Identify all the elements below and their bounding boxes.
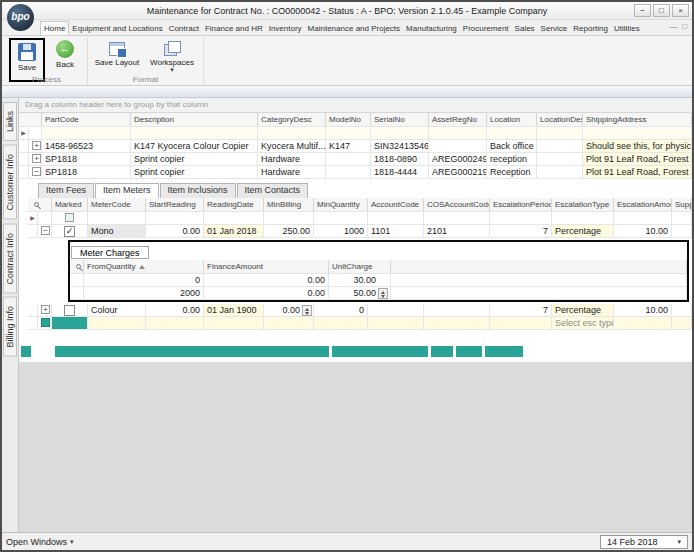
spinner-down-icon[interactable] [303, 310, 311, 315]
cell-serialno[interactable]: SIN32413546 [371, 140, 429, 152]
app-logo[interactable]: bpo [7, 4, 34, 31]
meter-row-mono[interactable]: − ✓ Mono 0.00 01 Jan 2018 250.00 1000 11… [28, 225, 692, 238]
column-header-readingdate[interactable]: ReadingDate [204, 198, 264, 211]
cell-supplier[interactable] [672, 317, 692, 329]
checkbox-checked-icon[interactable]: ✓ [64, 226, 75, 237]
tab-item-inclusions[interactable]: Item Inclusions [160, 183, 236, 198]
column-header-minquantity[interactable]: MinQuantity [314, 198, 368, 211]
tab-equipment-and-locations[interactable]: Equipment and Locations [69, 22, 165, 35]
cell-fromquantity[interactable]: 2000 [84, 287, 204, 299]
cell-serialno[interactable]: 1818-4444 [371, 166, 429, 178]
cell-minquantity[interactable] [314, 317, 368, 329]
cell-serialno[interactable]: 1818-0890 [371, 153, 429, 165]
filter-cell-supplier[interactable] [672, 212, 692, 224]
cell-partcode[interactable]: 1458-96523 [42, 140, 131, 152]
cell-financeamount[interactable]: 0.00 [204, 274, 329, 286]
cell-escalationamount[interactable] [614, 317, 672, 329]
cell-supplier[interactable] [672, 304, 692, 316]
cell-readingdate[interactable]: 01 Jan 2018 [204, 225, 264, 237]
column-header-minbilling[interactable]: MinBilling [264, 198, 314, 211]
filter-cell-shippingaddress[interactable] [583, 127, 692, 139]
cell-location[interactable]: Back office [487, 140, 537, 152]
tab-service[interactable]: Service [538, 22, 571, 35]
cell-minbilling[interactable] [264, 317, 314, 329]
cell-cosaccountcode[interactable]: 2101 [424, 225, 490, 237]
filter-cell-escalationamount[interactable] [614, 212, 672, 224]
filter-cell-description[interactable] [131, 127, 258, 139]
cell-categorydesc[interactable]: Hardware [258, 166, 326, 178]
cell-escalationperiod[interactable] [490, 317, 552, 329]
cell-minbilling-editing[interactable]: 0.00 [264, 304, 314, 316]
column-header-partcode[interactable]: PartCode [42, 113, 131, 126]
cell-startreading[interactable]: 0.00 [146, 225, 204, 237]
cell-supplier[interactable] [672, 225, 692, 237]
column-header-startreading[interactable]: StartReading [146, 198, 204, 211]
save-layout-button[interactable]: Save Layout [91, 38, 143, 74]
search-icon[interactable] [76, 264, 81, 269]
tab-home[interactable]: Home [40, 21, 69, 35]
cell-accountcode[interactable] [368, 304, 424, 316]
cell-partcode[interactable]: SP1818 [42, 153, 131, 165]
cell-escalationtype-placeholder[interactable]: Select esc type... [552, 317, 614, 329]
cell-description[interactable]: K147 Kyocera Colour Copier [131, 140, 258, 152]
filter-cell-accountcode[interactable] [368, 212, 424, 224]
cell-unitcharge-editing[interactable]: 50.00 [329, 287, 391, 299]
equipment-row-2[interactable]: + SP1818 Sprint copier Hardware 1818-089… [19, 153, 692, 166]
filter-cell-readingdate[interactable] [204, 212, 264, 224]
cell-description[interactable]: Sprint copier [131, 166, 258, 178]
cell-cosaccountcode[interactable] [424, 317, 490, 329]
filter-cell-locationdesc[interactable] [537, 127, 583, 139]
cell-description[interactable]: Sprint copier [131, 153, 258, 165]
cell-startreading[interactable]: 0.00 [146, 304, 204, 316]
column-header-fromquantity[interactable]: FromQuantity [84, 260, 204, 273]
cell-financeamount[interactable]: 0.00 [204, 287, 329, 299]
tab-item-contacts[interactable]: Item Contacts [237, 183, 309, 198]
column-header-financeamount[interactable]: FinanceAmount [204, 260, 329, 273]
cell-cosaccountcode[interactable] [424, 304, 490, 316]
filter-cell-escalationtype[interactable] [552, 212, 614, 224]
date-picker[interactable]: 14 Feb 2018 ▾ [600, 535, 688, 549]
cell-readingdate[interactable]: 01 Jan 1900 [204, 304, 264, 316]
workspaces-button[interactable]: Workspaces ▾ [146, 38, 198, 74]
column-header-escalationtype[interactable]: EscalationType [552, 198, 614, 211]
filter-cell-categorydesc[interactable] [258, 127, 326, 139]
ribbon-window-icon[interactable]: □ [682, 22, 687, 31]
column-header-cosaccountcode[interactable]: COSAccountCode [424, 198, 490, 211]
search-icon[interactable] [34, 202, 39, 207]
equipment-row-1[interactable]: + 1458-96523 K147 Kyocera Colour Copier … [19, 140, 692, 153]
cell-escalationperiod[interactable]: 7 [490, 225, 552, 237]
expand-icon[interactable]: + [41, 305, 50, 314]
filter-cell-location[interactable] [487, 127, 537, 139]
cell-modelno[interactable] [326, 166, 371, 178]
cell-location[interactable]: reception [487, 153, 537, 165]
equipment-row-3[interactable]: − SP1818 Sprint copier Hardware 1818-444… [19, 166, 692, 179]
close-button[interactable]: × [672, 4, 689, 17]
cell-marked-focused[interactable] [52, 317, 88, 329]
cell-categorydesc[interactable]: Kyocera Multif... [258, 140, 326, 152]
column-header-escalationperiod[interactable]: EscalationPeriod [490, 198, 552, 211]
minimize-button[interactable]: − [634, 4, 651, 17]
tab-procurement[interactable]: Procurement [460, 22, 512, 35]
cell-locationdesc[interactable] [537, 166, 583, 178]
cell-unitcharge[interactable]: 30.00 [329, 274, 391, 286]
expand-icon[interactable]: + [32, 141, 41, 150]
cell-minquantity[interactable]: 1000 [314, 225, 368, 237]
tab-maintenance-and-projects[interactable]: Maintenance and Projects [305, 22, 404, 35]
row-expand-cell[interactable]: − [29, 166, 42, 178]
checkbox-unchecked-icon[interactable] [64, 305, 75, 316]
column-header-location[interactable]: Location [487, 113, 537, 126]
charge-row-2[interactable]: 2000 0.00 50.00 [70, 287, 687, 300]
column-header-assetregno[interactable]: AssetRegNo [429, 113, 487, 126]
filter-cell-startreading[interactable] [146, 212, 204, 224]
open-windows-dropdown[interactable]: Open Windows ▾ [6, 537, 74, 547]
tab-finance-and-hr[interactable]: Finance and HR [202, 22, 266, 35]
column-header-accountcode[interactable]: AccountCode [368, 198, 424, 211]
cell-escalationtype[interactable]: Percentage [552, 304, 614, 316]
cell-assetregno[interactable]: AREG000249 [429, 153, 487, 165]
cell-shippingaddress[interactable]: Should see this, for physical ad [583, 140, 692, 152]
spinner-control[interactable] [378, 288, 388, 299]
cell-assetregno[interactable]: AREG000219 [429, 166, 487, 178]
filter-cell-minbilling[interactable] [264, 212, 314, 224]
column-header-escalationamount[interactable]: EscalationAmount [614, 198, 672, 211]
tab-manufacturing[interactable]: Manufacturing [403, 22, 460, 35]
